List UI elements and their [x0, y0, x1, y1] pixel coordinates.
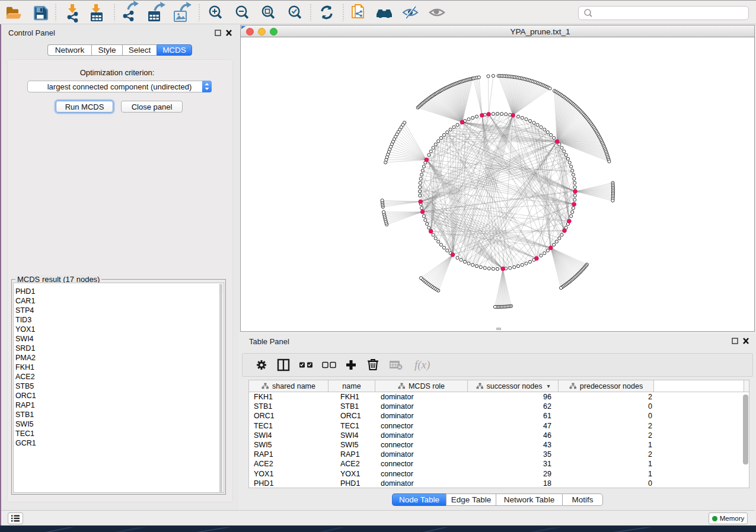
svg-text:f(x): f(x) [414, 358, 430, 371]
